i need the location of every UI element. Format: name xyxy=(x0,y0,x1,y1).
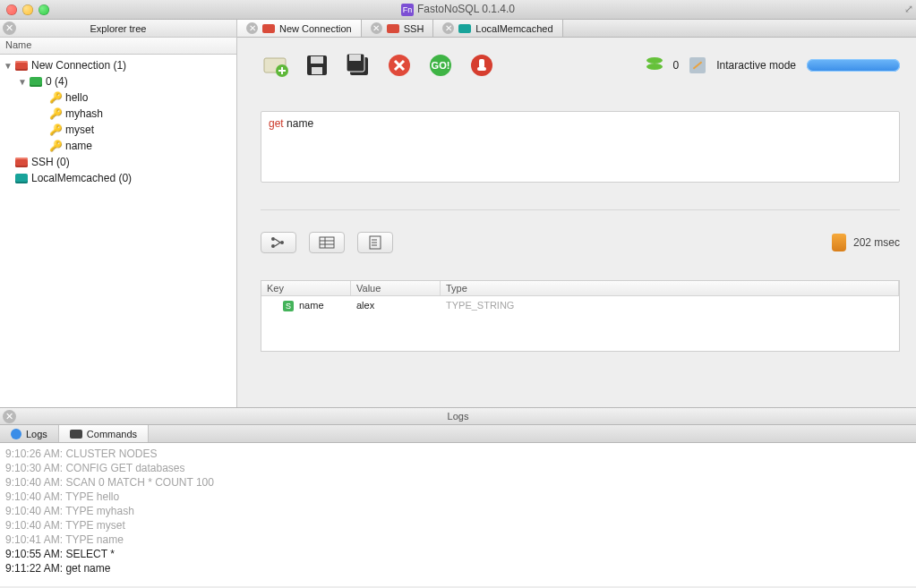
tree-label: LocalMemcached (0) xyxy=(31,172,132,184)
svg-rect-3 xyxy=(311,56,323,64)
svg-rect-13 xyxy=(477,67,486,71)
log-line[interactable]: 9:10:26 AM: CLUSTER NODES xyxy=(5,447,911,461)
mode-label: Intaractive mode xyxy=(716,59,796,72)
connection-tabbar: ✕ New Connection ✕ SSH ✕ LocalMemcached xyxy=(237,20,916,38)
memcached-icon xyxy=(458,24,471,33)
table-view-button[interactable] xyxy=(309,232,345,253)
tab-commands[interactable]: Commands xyxy=(59,425,149,442)
tree-node-key[interactable]: 🔑 name xyxy=(0,138,236,154)
window-title: FastoNoSQL 0.1.4.0 xyxy=(417,3,515,15)
tree-label: 0 (4) xyxy=(46,75,68,88)
key-icon: 🔑 xyxy=(48,107,63,121)
tree-node-connection[interactable]: LocalMemcached (0) xyxy=(0,170,236,186)
explorer-tree: ▼ New Connection (1) ▼ 0 (4) 🔑 hello 🔑 m… xyxy=(0,55,236,407)
svg-point-16 xyxy=(280,241,284,244)
redis-icon xyxy=(262,24,275,33)
tree-label: hello xyxy=(65,91,88,104)
text-view-button[interactable] xyxy=(357,232,393,253)
table-row[interactable]: Sname alex TYPE_STRING xyxy=(261,296,899,315)
tab-new-connection[interactable]: ✕ New Connection xyxy=(237,20,362,37)
tree-label: myhash xyxy=(65,107,103,120)
open-file-button[interactable] xyxy=(261,50,291,81)
redis-icon xyxy=(15,61,28,71)
tree-node-connection[interactable]: SSH (0) xyxy=(0,154,236,170)
query-input[interactable]: get name xyxy=(261,111,900,183)
svg-rect-7 xyxy=(349,55,361,61)
redis-icon xyxy=(15,158,28,167)
key-icon: 🔑 xyxy=(48,139,63,153)
record-count: 0 xyxy=(673,59,680,72)
key-icon: 🔑 xyxy=(48,90,63,105)
edit-icon xyxy=(689,57,706,73)
svg-rect-12 xyxy=(479,59,484,68)
tab-close-icon[interactable]: ✕ xyxy=(442,22,454,34)
tree-node-key[interactable]: 🔑 hello xyxy=(0,89,236,106)
tab-logs[interactable]: Logs xyxy=(0,425,59,442)
query-toolbar: GO! 0 Intaractive mode xyxy=(261,50,900,81)
tab-label: Logs xyxy=(26,429,47,439)
window-resize-icon: ⤢ xyxy=(904,3,913,15)
logs-header: ✕ Logs xyxy=(0,407,916,425)
logs-close-button[interactable]: ✕ xyxy=(3,410,16,423)
logs-tabbar: Logs Commands xyxy=(0,425,916,443)
app-icon: Fn xyxy=(401,4,414,16)
explorer-close-button[interactable]: ✕ xyxy=(3,21,16,35)
log-line[interactable]: 9:10:40 AM: TYPE hello xyxy=(5,490,911,504)
log-line[interactable]: 9:10:40 AM: SCAN 0 MATCH * COUNT 100 xyxy=(5,475,911,490)
header-key[interactable]: Key xyxy=(261,281,351,295)
tab-label: Commands xyxy=(87,429,137,439)
redis-icon xyxy=(387,24,399,33)
svg-point-15 xyxy=(271,244,275,248)
log-line[interactable]: 9:10:40 AM: TYPE myset xyxy=(5,518,911,533)
header-type[interactable]: Type xyxy=(441,281,899,295)
separator xyxy=(261,209,900,210)
tree-node-db[interactable]: ▼ 0 (4) xyxy=(0,73,236,89)
query-argument: name xyxy=(287,117,313,130)
info-icon xyxy=(11,429,21,439)
log-line[interactable]: 9:10:30 AM: CONFIG GET databases xyxy=(5,461,911,475)
progress-bar xyxy=(807,59,900,72)
tree-node-key[interactable]: 🔑 myset xyxy=(0,122,236,138)
log-line[interactable]: 9:10:40 AM: TYPE myhash xyxy=(5,504,911,518)
tree-label: SSH (0) xyxy=(31,156,70,168)
tab-ssh[interactable]: ✕ SSH xyxy=(362,20,434,37)
save-button[interactable] xyxy=(302,50,332,81)
string-type-icon: S xyxy=(283,301,294,311)
tab-localmemcached[interactable]: ✕ LocalMemcached xyxy=(433,20,562,37)
log-line[interactable]: 9:10:55 AM: SELECT * xyxy=(5,547,911,561)
explorer-panel: ✕ Explorer tree Name ▼ New Connection (1… xyxy=(0,20,237,407)
execution-time: 202 msec xyxy=(853,236,900,249)
cancel-button[interactable] xyxy=(384,50,415,81)
tab-close-icon[interactable]: ✕ xyxy=(371,22,382,34)
tab-label: LocalMemcached xyxy=(475,23,552,34)
tab-label: New Connection xyxy=(279,23,352,34)
log-line[interactable]: 9:11:22 AM: get name xyxy=(5,561,911,575)
explorer-title: Explorer tree xyxy=(90,23,147,34)
header-value[interactable]: Value xyxy=(351,281,441,295)
execute-button[interactable]: GO! xyxy=(425,50,456,81)
save-all-button[interactable] xyxy=(343,50,373,81)
tree-view-button[interactable] xyxy=(261,232,296,253)
disclosure-icon[interactable]: ▼ xyxy=(4,61,13,71)
stop-button[interactable] xyxy=(467,50,497,81)
tab-close-icon[interactable]: ✕ xyxy=(246,22,258,34)
explorer-header: ✕ Explorer tree xyxy=(0,20,236,38)
tree-node-key[interactable]: 🔑 myhash xyxy=(0,106,236,122)
disclosure-icon[interactable]: ▼ xyxy=(18,77,27,87)
cell-type: TYPE_STRING xyxy=(441,299,899,312)
tree-node-connection[interactable]: ▼ New Connection (1) xyxy=(0,57,236,73)
timer-icon xyxy=(832,234,846,251)
cell-value: alex xyxy=(351,299,441,312)
tree-label: myset xyxy=(65,124,94,136)
tree-label: name xyxy=(65,140,92,152)
main-panel: ✕ New Connection ✕ SSH ✕ LocalMemcached xyxy=(237,20,916,407)
explorer-column-header[interactable]: Name xyxy=(0,38,236,55)
log-line[interactable]: 9:10:41 AM: TYPE name xyxy=(5,533,911,547)
cell-key: name xyxy=(299,300,324,311)
logs-body[interactable]: 9:10:26 AM: CLUSTER NODES9:10:30 AM: CON… xyxy=(0,443,916,586)
table-header: Key Value Type xyxy=(261,281,899,296)
svg-rect-4 xyxy=(312,67,322,74)
tab-label: SSH xyxy=(404,23,424,34)
window-titlebar: FnFastoNoSQL 0.1.4.0 ⤢ xyxy=(0,0,916,20)
result-table: Key Value Type Sname alex TYPE_STRING xyxy=(261,280,900,352)
